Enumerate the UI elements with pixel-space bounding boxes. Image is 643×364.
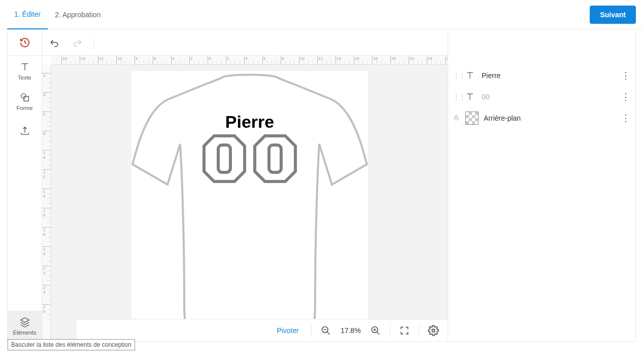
tool-elements[interactable]: Éléments Basculer la liste des éléments … (8, 311, 42, 341)
svg-rect-13 (455, 117, 458, 120)
layer-more-icon[interactable]: ⋮ (621, 113, 630, 124)
next-button[interactable]: Suivant (590, 6, 636, 24)
step-edit[interactable]: 1. Éditer (7, 0, 48, 29)
tool-elements-label: Éléments (13, 330, 37, 336)
lock-icon (453, 115, 460, 122)
text-layer-icon (463, 90, 477, 103)
tool-text-label: Texte (18, 75, 31, 81)
layers-panel: ⋮⋮ Pierre ⋮ ⋮⋮ 00 ⋮ Arrière-plan ⋮ (448, 31, 635, 341)
fit-screen-button[interactable] (397, 323, 412, 338)
svg-line-6 (327, 332, 330, 334)
zoom-out-button[interactable] (319, 323, 333, 338)
settings-button[interactable] (426, 323, 441, 338)
layer-more-icon[interactable]: ⋮ (621, 91, 630, 102)
separator (94, 38, 94, 50)
tool-shape-label: Forme (17, 105, 33, 111)
design-name-text[interactable]: Pierre (131, 113, 368, 133)
layer-label: 00 (482, 93, 616, 101)
undo-button[interactable] (47, 37, 61, 51)
svg-text:Pierre: Pierre (225, 113, 274, 131)
tshirt-outline (131, 73, 368, 326)
svg-rect-4 (269, 145, 281, 172)
ruler-horizontal: 1614121086420246810121416182022242628 (51, 56, 448, 65)
zoom-value: 17.8% (338, 326, 363, 335)
drag-handle-icon[interactable]: ⋮⋮ (453, 75, 458, 77)
tool-text[interactable]: Texte (8, 56, 42, 86)
design-number-text[interactable] (131, 131, 368, 187)
bottom-bar: Pivoter 17.8% (77, 319, 448, 341)
pivot-button[interactable]: Pivoter (272, 323, 304, 338)
history-icon[interactable] (19, 37, 30, 50)
layer-item-pierre[interactable]: ⋮⋮ Pierre ⋮ (448, 65, 635, 86)
layer-label: Arrière-plan (484, 114, 616, 122)
svg-rect-0 (24, 96, 28, 101)
tool-shape[interactable]: Forme (8, 86, 42, 117)
ruler-vertical: 24681 01 21 41 61 82 02 22 42 6 (42, 65, 51, 341)
layer-more-icon[interactable]: ⋮ (621, 70, 630, 81)
artboard[interactable]: Pierre (131, 71, 368, 323)
canvas-area[interactable]: Pierre (51, 65, 448, 341)
text-layer-icon (463, 69, 477, 82)
zoom-in-button[interactable] (368, 323, 383, 338)
svg-point-1 (21, 94, 25, 98)
drag-handle-icon[interactable]: ⋮⋮ (453, 96, 458, 98)
svg-line-9 (377, 332, 380, 334)
redo-button (71, 37, 85, 51)
layer-item-number[interactable]: ⋮⋮ 00 ⋮ (448, 86, 635, 107)
svg-rect-3 (218, 145, 230, 172)
layer-label: Pierre (482, 71, 616, 80)
tool-upload[interactable] (8, 117, 42, 147)
tooltip-elements: Basculer la liste des éléments de concep… (8, 339, 135, 350)
svg-point-12 (432, 329, 435, 332)
background-swatch-icon (465, 112, 479, 125)
step-approve[interactable]: 2. Approbation (48, 0, 108, 29)
layer-item-background[interactable]: Arrière-plan ⋮ (448, 107, 635, 129)
